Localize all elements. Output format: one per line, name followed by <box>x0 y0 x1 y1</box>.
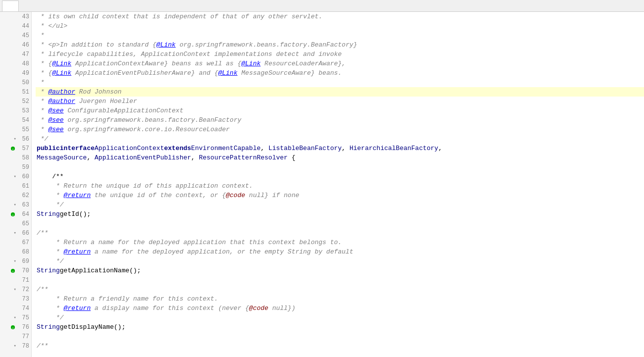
gutter-line: ▾75 <box>0 313 31 322</box>
line-number: 64 <box>17 211 29 218</box>
gutter-line: 46 <box>0 40 31 50</box>
line-number: 66 <box>17 230 29 237</box>
fold-icon[interactable]: ▾ <box>14 230 16 236</box>
code-line: * @return the unique id of the context, … <box>36 191 644 200</box>
fold-icon[interactable]: ▾ <box>14 174 16 179</box>
line-number: 68 <box>17 249 29 255</box>
fold-icon[interactable]: ▾ <box>14 258 16 264</box>
gutter-line: 58 <box>0 153 31 162</box>
gutter-line: ↓76 <box>0 322 31 332</box>
code-line: String getApplicationName(); <box>36 266 644 275</box>
code-line: /** <box>36 285 644 294</box>
code-line: */ <box>36 134 644 144</box>
line-number: 65 <box>17 220 29 227</box>
gutter-line: 59 <box>0 162 31 172</box>
line-number: 44 <box>17 23 29 30</box>
code-line: * @see org.springframework.beans.factory… <box>36 115 644 125</box>
line-number: 63 <box>17 202 29 208</box>
code-line: * @author Rod Johnson <box>36 87 644 97</box>
line-number: 70 <box>17 267 29 274</box>
line-number: 77 <box>17 333 29 340</box>
gutter-line: 77 <box>0 332 31 341</box>
line-number: 46 <box>17 42 29 49</box>
code-line: * <box>36 31 644 40</box>
gutter-line: 65 <box>0 219 31 228</box>
tab-bar <box>0 0 644 12</box>
code-line: * lifecycle capabilities, ApplicationCon… <box>36 50 644 59</box>
fold-icon[interactable]: ▾ <box>14 202 16 207</box>
gutter-line: 53 <box>0 106 31 115</box>
code-line: */ <box>36 256 644 266</box>
gutter-line: ↓64 <box>0 209 31 219</box>
svg-text:↓: ↓ <box>12 147 14 151</box>
fold-icon[interactable]: ▾ <box>14 287 16 292</box>
line-number: 69 <box>17 258 29 265</box>
code-line <box>36 275 644 285</box>
gutter-line: ▾78 <box>0 341 31 351</box>
code-line: * Return the unique id of this applicati… <box>36 181 644 191</box>
line-number: 43 <box>17 13 29 20</box>
line-number: 58 <box>17 154 29 161</box>
line-number: 75 <box>17 314 29 321</box>
gutter-line: 45 <box>0 31 31 40</box>
code-line: */ <box>36 313 644 322</box>
editor-container: 43444546474849505152535455▾56↓575859▾606… <box>0 12 644 357</box>
gutter-line: 62 <box>0 191 31 200</box>
fold-icon[interactable]: ▾ <box>14 136 16 142</box>
gutter-line: 54 <box>0 115 31 125</box>
gutter-line: 50 <box>0 78 31 87</box>
gutter-line: 51 <box>0 87 31 97</box>
code-line: /** <box>36 341 644 351</box>
code-area[interactable]: * its own child context that is independ… <box>32 12 644 357</box>
svg-text:↓: ↓ <box>12 326 14 330</box>
line-number: 50 <box>17 79 29 86</box>
gutter-line: ▾72 <box>0 285 31 294</box>
svg-text:↓: ↓ <box>12 269 14 273</box>
code-line: */ <box>36 200 644 209</box>
line-number: 67 <box>17 239 29 246</box>
line-number: 74 <box>17 305 29 312</box>
gutter-line: 74 <box>0 304 31 313</box>
code-line: * Return a friendly name for this contex… <box>36 294 644 304</box>
gutter-line: ▾60 <box>0 172 31 181</box>
code-line <box>36 332 644 341</box>
gutter-line: 52 <box>0 97 31 106</box>
method-marker-icon: ↓ <box>9 145 16 152</box>
line-number: 76 <box>17 324 29 331</box>
gutter-line: 73 <box>0 294 31 304</box>
gutter-line: 49 <box>0 68 31 78</box>
line-number: 62 <box>17 192 29 199</box>
code-line: /** <box>36 172 644 181</box>
line-number: 59 <box>17 164 29 171</box>
fold-icon[interactable]: ▾ <box>14 343 16 349</box>
gutter-line: 44 <box>0 21 31 31</box>
code-line: * @see org.springframework.core.io.Resou… <box>36 125 644 134</box>
line-number: 55 <box>17 126 29 133</box>
code-line: /** <box>36 228 644 238</box>
code-line: * @return a name for the deployed applic… <box>36 247 644 256</box>
line-number: 49 <box>17 70 29 77</box>
code-line <box>36 219 644 228</box>
file-tab[interactable] <box>2 0 19 11</box>
method-marker-icon: ↓ <box>9 324 16 331</box>
code-line: * {@Link ApplicationContextAware} beans … <box>36 59 644 68</box>
line-number: 61 <box>17 183 29 190</box>
gutter-line: 71 <box>0 275 31 285</box>
line-number: 56 <box>17 136 29 143</box>
line-number: 71 <box>17 277 29 284</box>
gutter-line: ▾63 <box>0 200 31 209</box>
gutter-line: ↓57 <box>0 144 31 153</box>
line-number: 60 <box>17 173 29 180</box>
line-number: 45 <box>17 32 29 39</box>
gutter-line: 47 <box>0 50 31 59</box>
line-number: 53 <box>17 107 29 114</box>
fold-icon[interactable]: ▾ <box>14 315 16 320</box>
code-line: * @author Juergen Hoeller <box>36 97 644 106</box>
line-number: 48 <box>17 60 29 67</box>
code-line: * Return a name for the deployed applica… <box>36 238 644 247</box>
line-number: 51 <box>17 89 29 96</box>
code-line <box>36 162 644 172</box>
line-number: 52 <box>17 98 29 105</box>
method-marker-icon: ↓ <box>9 267 16 274</box>
code-line: String getId(); <box>36 209 644 219</box>
